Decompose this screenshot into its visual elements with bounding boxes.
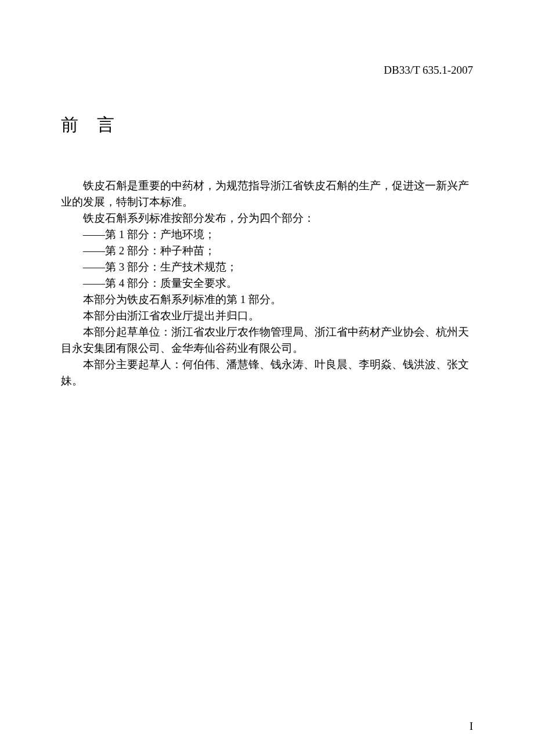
paragraph-part3: ——第 3 部分：生产技术规范； (61, 259, 479, 275)
foreword-title: 前言 (61, 113, 479, 137)
paragraph-drafters: 本部分主要起草人：何伯伟、潘慧锋、钱永涛、叶良晨、李明焱、钱洪波、张文妹。 (61, 357, 479, 389)
paragraph-drafting-units: 本部分起草单位：浙江省农业厅农作物管理局、浙江省中药材产业协会、杭州天目永安集团… (61, 324, 479, 357)
foreword-content: 铁皮石斛是重要的中药材，为规范指导浙江省铁皮石斛的生产，促进这一新兴产业的发展，… (61, 178, 479, 389)
page-number: I (470, 720, 473, 733)
document-page: DB33/T 635.1-2007 前言 铁皮石斛是重要的中药材，为规范指导浙江… (0, 0, 534, 756)
paragraph-this-part: 本部分为铁皮石斛系列标准的第 1 部分。 (61, 291, 479, 308)
paragraph-part4: ——第 4 部分：质量安全要求。 (61, 275, 479, 291)
paragraph-intro: 铁皮石斛是重要的中药材，为规范指导浙江省铁皮石斛的生产，促进这一新兴产业的发展，… (61, 178, 479, 210)
paragraph-proposer: 本部分由浙江省农业厅提出并归口。 (61, 308, 479, 324)
document-number: DB33/T 635.1-2007 (384, 64, 473, 77)
paragraph-parts-intro: 铁皮石斛系列标准按部分发布，分为四个部分： (61, 210, 479, 226)
paragraph-part1: ——第 1 部分：产地环境； (61, 226, 479, 243)
paragraph-part2: ——第 2 部分：种子种苗； (61, 243, 479, 259)
